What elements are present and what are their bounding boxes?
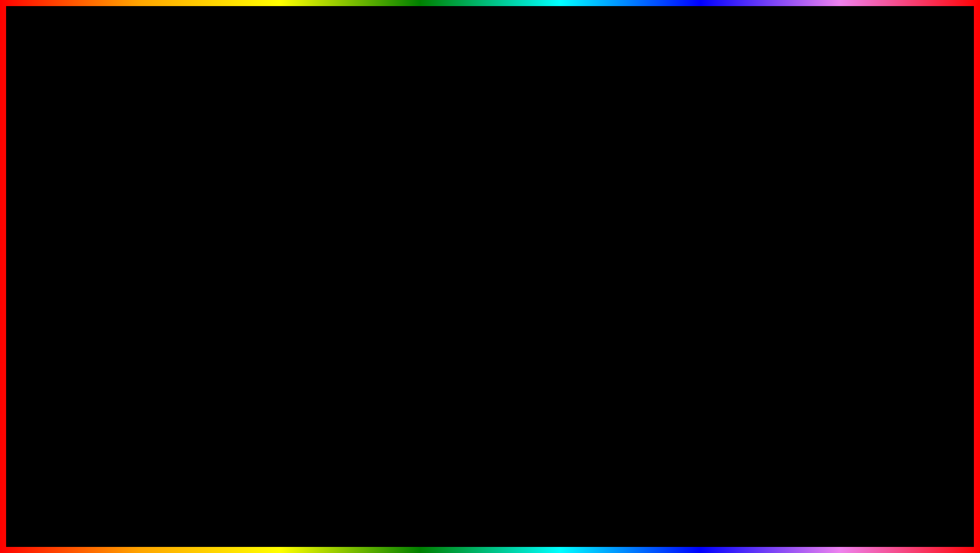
bf-logo-fruits-text: FRUITS xyxy=(871,512,923,529)
auto-complete-raid-toggle[interactable] xyxy=(917,229,933,237)
right-sidebar-auto-farm[interactable]: Auto Farm xyxy=(692,181,742,194)
dot-yellow[interactable] xyxy=(53,171,58,176)
right-panel-header-right: RightControl xyxy=(903,170,934,177)
auto-farm-level-quest-toggle[interactable] xyxy=(267,259,283,267)
sidebar-item-stats[interactable]: Stats & Sver xyxy=(42,206,92,219)
bottom-script: SCRIPT xyxy=(311,481,442,522)
sidebar-item-misc[interactable]: Misc & Hop xyxy=(42,283,92,295)
work-in-sea-row: Work in sea 2 : ✗ xyxy=(747,194,933,204)
right-dot-green[interactable] xyxy=(710,171,715,176)
auto-complete-raid-row: Auto Complete Raid [ FIX√ ] xyxy=(747,227,933,239)
candy-circle-1 xyxy=(79,101,109,132)
divider-2 xyxy=(97,241,283,242)
select-weapon-dropdown-label: [ Select Weapon ] xyxy=(97,211,283,223)
select-chips-dropdown[interactable]: Select Chips : ▼ xyxy=(747,270,933,283)
right-panel-content: [ Law Raid ] Work in sea 2 : ✗ Wait For … xyxy=(742,179,938,335)
kill-aura-label: Kill Aura [ Fast√] xyxy=(747,241,792,249)
right-sidebar-teleport[interactable]: Teleport xyxy=(692,219,742,232)
right-dot-yellow[interactable] xyxy=(703,171,708,176)
auto-awakener-row: Auto Awakener xyxy=(747,251,933,263)
dot-red[interactable] xyxy=(46,171,51,176)
kill-aura-toggle[interactable] xyxy=(917,241,933,249)
auto-farm-level-quest-label: Auto Farm Level Quest xyxy=(97,259,160,266)
auto-awakener-toggle[interactable] xyxy=(917,253,933,261)
divider-3 xyxy=(97,272,283,272)
auto-farm-level-label: [ Auto Farm Level ] xyxy=(97,245,283,253)
string-lights xyxy=(98,132,882,133)
sidebar-item-esp[interactable]: Esp xyxy=(42,245,92,257)
left-panel-header-right: RightControl xyxy=(253,170,284,177)
auto-farm-level-quest-row: Auto Farm Level Quest xyxy=(97,257,283,269)
select-chips-label: Select Chips : xyxy=(752,273,790,280)
select-weapon-value-dropdown[interactable]: Select Weapon [√] : Melee ▼ xyxy=(97,226,283,238)
bf-logo-skull-icon xyxy=(871,462,923,496)
law-raid-row: [ Law Raid ] xyxy=(747,184,933,191)
bf-logo-blox-text: BLOX xyxy=(871,496,923,512)
work-in-sea-label: Work in sea 2 : xyxy=(747,195,794,203)
right-sidebar-stats[interactable]: Stats & Sver xyxy=(692,206,742,219)
panel-dots xyxy=(46,171,65,176)
right-divider-2 xyxy=(747,266,933,267)
left-panel-header: #COL • FREE | Mobile GUI| RightControl xyxy=(42,168,288,179)
sidebar-item-shop[interactable]: Shop & Race xyxy=(42,270,92,283)
dot-green[interactable] xyxy=(60,171,65,176)
bottom-auto-farm: AUTO FARM xyxy=(30,475,301,528)
sidebar-item-devil[interactable]: Devil Fruit xyxy=(42,257,92,270)
mob-aura-label: Auto Farm Mob Aura xyxy=(97,285,283,293)
sidebar-item-up-race[interactable]: UP Race [√] xyxy=(42,295,92,308)
svg-point-2 xyxy=(898,472,904,478)
law-raid-bar xyxy=(903,187,933,189)
svg-rect-9 xyxy=(892,465,902,467)
divider-1 xyxy=(97,196,283,196)
blox-fruits-logo: BLOX FRUITS xyxy=(860,455,934,535)
right-panel-header: #Co| • & • RightControl xyxy=(692,168,938,179)
law-raid-label: [ Law Raid ] xyxy=(747,184,779,191)
dropdown-arrow-icon: ▼ xyxy=(273,229,279,236)
select-weapon-dropdown-text: [ Select Weapon ] xyxy=(102,214,150,221)
left-panel-body: Auto Farm PVP + Aimbot Stats & Sver Tele… xyxy=(42,179,288,330)
sidebar-item-auto-farm[interactable]: Auto Farm xyxy=(42,181,92,194)
select-weapon-value-text: Select Weapon [√] : Melee xyxy=(102,229,173,236)
right-panel: #Co| • & • RightControl Auto Farm PVP + … xyxy=(691,167,939,340)
auto-complete-raid-label: Auto Complete Raid [ FIX√ ] xyxy=(747,229,823,236)
main-title: BLOX FRUITS xyxy=(0,10,980,96)
left-panel-sidebar: Auto Farm PVP + Aimbot Stats & Sver Tele… xyxy=(42,179,92,330)
svg-point-1 xyxy=(890,472,896,478)
sidebar-item-pvp[interactable]: PVP + Aimbot xyxy=(42,194,92,206)
auto-awakener-label: Auto Awakener xyxy=(747,254,789,261)
sidebar-item-teleport[interactable]: Teleport xyxy=(42,219,92,232)
left-panel: #COL • FREE | Mobile GUI| RightControl A… xyxy=(41,167,289,335)
kill-aura-row: Kill Aura [ Fast√] xyxy=(747,239,933,251)
right-sidebar-pvp[interactable]: PVP + Aimbot xyxy=(692,194,742,206)
right-panel-body: Auto Farm PVP + Aimbot Stats & Sver Tele… xyxy=(692,179,938,335)
work-in-sea-status: ✗ xyxy=(798,194,805,204)
right-panel-title: #Co| • & • xyxy=(715,170,903,177)
right-divider-1 xyxy=(747,209,933,210)
mob-aura-section-label: [ Auto Farm Mob Aura (IN THE ISLAND) ] xyxy=(97,275,283,281)
left-panel-content: Remove Sound Select Weapon Farm [x] [ Se… xyxy=(92,179,288,330)
left-panel-title: #COL • FREE | Mobile GUI| xyxy=(65,170,253,177)
dragon-creature xyxy=(478,365,600,517)
right-panel-dots xyxy=(696,171,715,176)
select-weapon-farm-label: Select Weapon Farm [x] xyxy=(97,199,283,207)
sidebar-item-raid[interactable]: Raid & Awk xyxy=(42,232,92,245)
remove-sound-label: Remove Sound xyxy=(97,184,283,192)
right-panel-sidebar: Auto Farm PVP + Aimbot Stats & Sver Tele… xyxy=(692,179,742,335)
wait-for-raid-label: Wait For Raid xyxy=(747,214,933,223)
select-chips-arrow-icon: ▼ xyxy=(923,273,929,280)
right-dot-red[interactable] xyxy=(696,171,701,176)
svg-rect-6 xyxy=(889,481,906,485)
